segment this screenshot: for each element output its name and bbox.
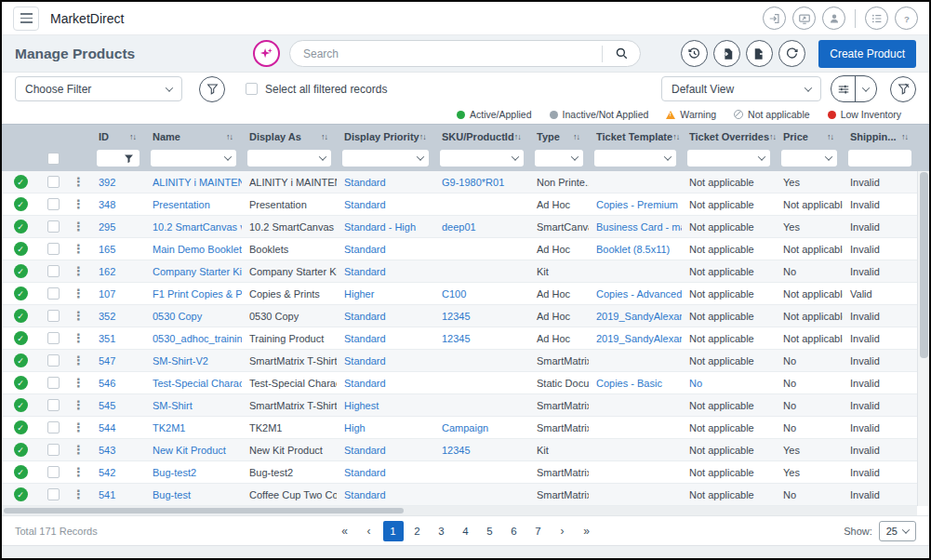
column-filter-price[interactable] [781, 150, 837, 167]
cell-id[interactable]: 352 [91, 305, 145, 327]
sort-icon[interactable]: ↑↓ [573, 132, 589, 141]
kebab-menu-icon[interactable]: ⋮ [67, 220, 85, 233]
cell-name[interactable]: New Kit Product [145, 439, 242, 460]
kebab-menu-icon[interactable]: ⋮ [67, 197, 85, 211]
row-checkbox[interactable] [47, 399, 60, 411]
view-select[interactable]: Default View [661, 76, 821, 101]
page-3[interactable]: 3 [432, 521, 452, 541]
cell-name[interactable]: F1 Print Copies & P... [145, 283, 242, 304]
row-checkbox[interactable] [47, 265, 60, 277]
row-checkbox[interactable] [47, 198, 60, 210]
cell-name[interactable]: 10.2 SmartCanvas v... [145, 216, 242, 237]
cell-display_priority[interactable]: Standard [337, 327, 434, 349]
horizontal-scrollbar-thumb[interactable] [4, 508, 404, 513]
column-filter-shipping[interactable] [848, 150, 911, 167]
sort-icon[interactable]: ↑↓ [321, 132, 337, 141]
column-filter-display_as[interactable] [247, 150, 331, 167]
cell-name[interactable]: Company Starter Kit [145, 260, 242, 282]
cell-ticket_template[interactable]: Booklet (8.5x11) [589, 238, 682, 260]
page-4[interactable]: 4 [456, 521, 476, 541]
column-filter-ticket_template[interactable] [594, 150, 676, 167]
vertical-scrollbar[interactable] [917, 171, 929, 506]
column-filter-type[interactable] [535, 150, 583, 167]
cell-name[interactable]: SM-Shirt-V2 [145, 350, 242, 371]
search-input[interactable] [290, 47, 602, 60]
cell-ticket_template[interactable]: Copies - Premium [589, 193, 682, 215]
cell-ticket_template[interactable]: Business Card - main [589, 216, 682, 237]
vertical-scrollbar-thumb[interactable] [920, 172, 928, 358]
cell-name[interactable]: 0530 Copy [145, 305, 242, 327]
cell-id[interactable]: 542 [91, 461, 145, 483]
page-first[interactable]: « [335, 521, 355, 541]
search-button[interactable] [603, 41, 640, 66]
refresh-button[interactable] [778, 40, 805, 67]
kebab-menu-icon[interactable]: ⋮ [67, 487, 85, 501]
cell-ticket_template[interactable]: 2019_SandyAlexand... [589, 327, 682, 349]
cell-display_priority[interactable]: Standard [337, 193, 434, 215]
row-checkbox[interactable] [47, 421, 60, 433]
cell-id[interactable]: 543 [91, 439, 145, 460]
cell-sku[interactable]: 12345 [434, 327, 529, 349]
cell-sku[interactable]: G9-1980*R01 [434, 171, 529, 193]
cell-name[interactable]: Bug-test2 [145, 461, 242, 483]
cell-id[interactable]: 107 [91, 283, 145, 304]
sort-icon[interactable]: ↑↓ [672, 132, 682, 141]
choose-filter-select[interactable]: Choose Filter [15, 76, 182, 101]
cell-display_priority[interactable]: Standard - High [337, 216, 434, 237]
row-checkbox[interactable] [47, 243, 60, 255]
column-filter-id[interactable] [97, 150, 140, 167]
sort-icon[interactable]: ↑↓ [226, 132, 242, 141]
sort-icon[interactable]: ↑↓ [419, 132, 434, 141]
cell-display_priority[interactable]: Standard [337, 439, 434, 460]
cell-ticket_template[interactable]: Copies - Advanced [589, 283, 682, 304]
column-header-price[interactable]: Price↑↓ [776, 125, 843, 149]
clear-filter-button[interactable] [890, 76, 916, 102]
cell-ticket_overrides[interactable]: No [682, 372, 776, 393]
kebab-menu-icon[interactable]: ⋮ [67, 443, 85, 457]
column-filter-display_priority[interactable] [342, 150, 429, 167]
row-checkbox[interactable] [47, 310, 60, 322]
row-checkbox[interactable] [47, 488, 60, 500]
menu-button[interactable] [13, 7, 39, 31]
column-header-sku[interactable]: SKU/ProductId↑↓ [434, 125, 529, 149]
cell-display_priority[interactable]: Standard [337, 372, 434, 393]
column-header-ticket_overrides[interactable]: Ticket Overrides↑↓ [682, 125, 776, 149]
page-6[interactable]: 6 [504, 521, 525, 541]
column-filter-name[interactable] [151, 150, 236, 167]
horizontal-scrollbar[interactable] [2, 506, 917, 515]
cell-display_priority[interactable]: Standard [337, 484, 434, 505]
row-checkbox[interactable] [47, 176, 60, 188]
sort-icon[interactable]: ↑↓ [129, 132, 145, 141]
row-checkbox[interactable] [47, 220, 60, 233]
cell-sku[interactable]: C100 [434, 283, 529, 304]
cell-name[interactable]: Presentation [145, 193, 242, 215]
cell-name[interactable]: SM-Shirt [145, 394, 242, 416]
sort-icon[interactable]: ↑↓ [769, 132, 776, 141]
sort-icon[interactable]: ↑↓ [514, 132, 529, 141]
sort-icon[interactable]: ↑↓ [901, 132, 917, 141]
row-checkbox[interactable] [47, 444, 60, 456]
kebab-menu-icon[interactable]: ⋮ [67, 376, 85, 390]
cell-sku[interactable]: 12345 [434, 305, 529, 327]
kebab-menu-icon[interactable]: ⋮ [67, 175, 85, 189]
view-settings-button[interactable] [831, 76, 856, 101]
row-checkbox[interactable] [47, 466, 60, 478]
cell-name[interactable]: Test-Special Charac... [145, 372, 242, 393]
column-filter-ticket_overrides[interactable] [687, 150, 770, 167]
import-button[interactable] [713, 40, 740, 67]
list-view-button[interactable] [865, 7, 888, 30]
cell-id[interactable]: 162 [91, 260, 145, 282]
user-button[interactable] [822, 7, 845, 30]
cell-id[interactable]: 165 [91, 238, 145, 260]
column-header-ticket_template[interactable]: Ticket Template↑↓ [589, 125, 682, 149]
page-size-select[interactable]: 25 [879, 521, 916, 541]
remote-display-button[interactable] [792, 7, 816, 30]
view-options-dropdown-button[interactable] [856, 76, 876, 101]
cell-id[interactable]: 547 [91, 350, 145, 371]
cell-display_priority[interactable]: Standard [337, 238, 434, 260]
ai-assistant-button[interactable] [253, 40, 280, 67]
page-last[interactable]: » [577, 521, 597, 541]
column-header-display_priority[interactable]: Display Priority↑↓ [337, 125, 434, 149]
cell-display_priority[interactable]: Standard [337, 260, 434, 282]
row-checkbox[interactable] [47, 377, 60, 389]
